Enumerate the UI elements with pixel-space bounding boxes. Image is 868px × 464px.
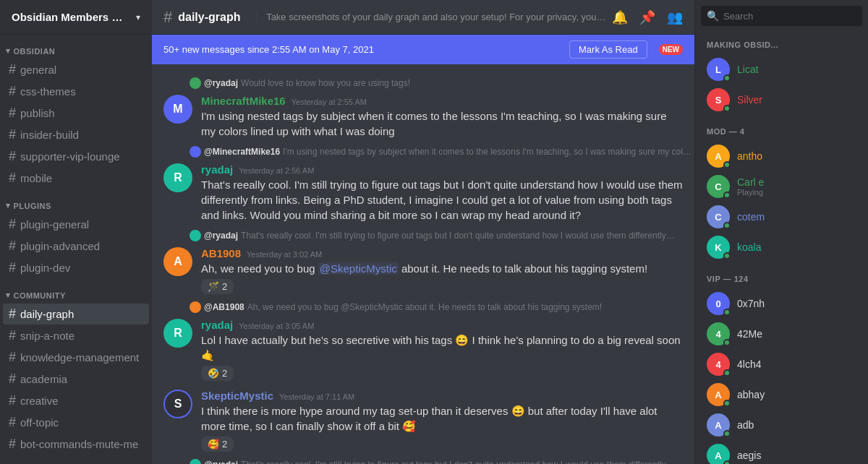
member-aegis[interactable]: A aegis <box>701 441 862 464</box>
search-input[interactable] <box>723 11 856 22</box>
reaction-hugging[interactable]: 🥰2 <box>201 437 234 452</box>
reaction-emoji: 🥰 <box>208 439 219 450</box>
sidebar-item-off-topic[interactable]: #off-topic <box>3 412 149 433</box>
pin-icon[interactable]: 📌 <box>639 9 655 25</box>
search-container: 🔍 <box>695 0 868 32</box>
message-text-4: Lol I have actually but he's so secretiv… <box>201 332 683 363</box>
member-4lch4[interactable]: 4 4lch4 <box>701 350 862 379</box>
reaction-emoji: 🪄 <box>208 281 219 292</box>
message-text-5: I think there is more hype around my tag… <box>201 403 683 434</box>
avatar-ryadaj: R <box>163 163 192 192</box>
member-info-licat: Licat <box>737 64 856 75</box>
message-content-2: ryadaj Yesterday at 2:56 AM That's reeal… <box>201 163 683 223</box>
username-ryadaj[interactable]: ryadaj <box>201 163 233 176</box>
member-silver[interactable]: S Silver <box>701 85 862 114</box>
message-header-2: ryadaj Yesterday at 2:56 AM <box>201 163 683 176</box>
hash-icon: # <box>9 106 16 121</box>
sidebar-item-plugin-general[interactable]: #plugin-general <box>3 214 149 235</box>
member-info-42me: 42Me <box>737 328 856 340</box>
sidebar-item-daily-graph[interactable]: #daily-graph <box>3 304 149 325</box>
sidebar-item-creative[interactable]: #creative <box>3 390 149 411</box>
hash-icon: # <box>9 239 16 254</box>
bell-icon[interactable]: 🔔 <box>612 9 628 25</box>
member-abhay[interactable]: A abhay <box>701 380 862 409</box>
username-skepticmystic[interactable]: SkepticMystic <box>201 390 273 402</box>
sidebar-item-snip-a-note[interactable]: #snip-a-note <box>3 325 149 346</box>
section-label-obsidian: ▾ OBSIDIAN <box>0 35 152 59</box>
reply-preview-2: @MinecraftMike16 I'm using nested tags b… <box>190 145 694 159</box>
hash-icon: # <box>9 350 16 365</box>
username-ryadaj-2[interactable]: ryadaj <box>201 319 233 331</box>
hash-icon: # <box>9 415 16 430</box>
sidebar-item-plugin-dev[interactable]: #plugin-dev <box>3 257 149 278</box>
mark-as-read-button[interactable]: Mark As Read <box>569 40 647 59</box>
member-name-abhay: abhay <box>737 389 856 400</box>
avatar-0x7nh: 0 <box>707 292 730 315</box>
hash-icon: # <box>9 217 16 232</box>
reaction-laughing[interactable]: 🤣2 <box>201 366 234 381</box>
sidebar-item-publish[interactable]: #publish <box>3 103 149 124</box>
section-label-plugins: ▾ PLUGINS <box>0 189 152 213</box>
message-group-2: R ryadaj Yesterday at 2:56 AM That's ree… <box>152 160 694 225</box>
hash-icon: # <box>9 437 16 452</box>
sidebar-item-supporter-vip-lounge[interactable]: #supporter-vip-lounge <box>3 146 149 167</box>
member-info-0x7nh: 0x7nh <box>737 298 856 309</box>
reactions-5: 🥰2 <box>201 434 683 452</box>
status-dot-42me <box>723 339 731 346</box>
status-dot-adb <box>723 430 731 437</box>
sidebar-item-general[interactable]: #general <box>3 59 149 80</box>
making-obsidian-section: MAKING OBSID... L Licat S Silver <box>695 32 868 119</box>
reaction-count-2: 2 <box>222 368 227 379</box>
server-name: Obsidian Members Gr... <box>12 11 127 23</box>
status-dot-antho <box>723 161 731 168</box>
status-dot-silver <box>723 105 731 112</box>
notification-bar: 50+ new messages since 2:55 AM on May 7,… <box>152 35 694 64</box>
right-sidebar: 🔍 MAKING OBSID... L Licat S Silver MOD —… <box>694 0 868 464</box>
reply-username-2: @MinecraftMike16 <box>204 147 280 157</box>
mod-section: MOD — 4 A antho C Carl e Playing C cotem… <box>695 119 868 266</box>
sidebar-item-css-themes[interactable]: #css-themes <box>3 81 149 102</box>
member-name-aegis: aegis <box>737 450 856 461</box>
channel-header: # daily-graph | Take screenshots of your… <box>152 0 694 35</box>
reply-preview-wrapper-1: @ryadaj Would love to know how you are u… <box>152 76 694 90</box>
member-licat[interactable]: L Licat <box>701 55 862 84</box>
member-name-carl: Carl e <box>737 176 856 188</box>
member-cotem[interactable]: C cotem <box>701 202 862 231</box>
section-label-community: ▾ COMMUNITY <box>0 279 152 303</box>
sidebar-item-mobile[interactable]: #mobile <box>3 168 149 189</box>
hash-icon: # <box>9 127 16 142</box>
member-koala[interactable]: K koala <box>701 233 862 262</box>
message-group-5: S SkepticMystic Yesterday at 7:11 AM I t… <box>152 387 694 455</box>
sidebar-section-community: ▾ COMMUNITY #daily-graph #snip-a-note #k… <box>0 279 152 455</box>
member-42me[interactable]: 4 42Me <box>701 319 862 348</box>
username-ab1908[interactable]: AB1908 <box>201 247 241 259</box>
messages-area[interactable]: @ryadaj Would love to know how you are u… <box>152 64 694 464</box>
header-icons: 🔔 📌 👥 <box>612 9 683 25</box>
sidebar-item-plugin-advanced[interactable]: #plugin-advanced <box>3 236 149 257</box>
reply-username-1: @ryadaj <box>204 78 238 88</box>
member-adb[interactable]: A adb <box>701 411 862 439</box>
members-icon[interactable]: 👥 <box>667 9 683 25</box>
message-header-5: SkepticMystic Yesterday at 7:11 AM <box>201 390 683 402</box>
member-name-silver: Silver <box>737 94 856 106</box>
reply-preview-wrapper-2: @MinecraftMike16 I'm using nested tags b… <box>152 145 694 159</box>
reaction-magic[interactable]: 🪄2 <box>201 279 234 294</box>
sidebar-item-insider-build[interactable]: #insider-build <box>3 124 149 145</box>
message-header-1: MinecraftMike16 Yesterday at 2:55 AM <box>201 95 683 107</box>
sidebar-item-knowledge-management[interactable]: #knowledge-management <box>3 347 149 368</box>
reply-preview-wrapper-4: @AB1908 Ah, we need you to bug @SkepticM… <box>152 300 694 314</box>
timestamp-3: Yesterday at 3:02 AM <box>247 250 322 259</box>
server-header[interactable]: Obsidian Members Gr... ▾ <box>0 0 152 35</box>
mention-skepticmystic[interactable]: @SkepticMystic <box>318 262 399 275</box>
member-info-koala: koala <box>737 241 856 253</box>
username-minecraftmike16[interactable]: MinecraftMike16 <box>201 95 286 107</box>
member-antho[interactable]: A antho <box>701 142 862 171</box>
member-0x7nh[interactable]: 0 0x7nh <box>701 289 862 318</box>
vip-label: VIP — 124 <box>701 275 862 283</box>
message-text-2: That's reeally cool. I'm still trying to… <box>201 177 683 223</box>
member-carl[interactable]: C Carl e Playing <box>701 172 862 201</box>
sidebar-item-academia[interactable]: #academia <box>3 369 149 390</box>
sidebar-item-bot-commands[interactable]: #bot-commands-mute-me <box>3 434 149 455</box>
channel-header-hash-icon: # <box>163 8 172 27</box>
member-info-aegis: aegis <box>737 450 856 461</box>
